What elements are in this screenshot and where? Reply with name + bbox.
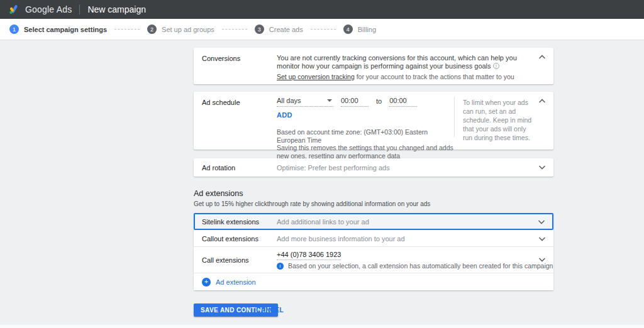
vertical-divider xyxy=(454,97,455,137)
timezone-note: Based on account time zone: (GMT+03:00) … xyxy=(277,128,457,144)
call-extension-note-text: Based on your selection, a call extensio… xyxy=(288,262,553,270)
expand-chevron-down-icon[interactable] xyxy=(538,236,546,241)
conversions-panel: Conversions You are not currently tracki… xyxy=(194,48,553,84)
plus-icon: + xyxy=(202,278,211,287)
step-label: Select campaign settings xyxy=(24,26,107,33)
call-extensions-label: Call extensions xyxy=(202,256,249,264)
add-schedule-button[interactable]: ADD xyxy=(277,111,292,119)
bottom-strip xyxy=(0,325,644,328)
conversions-description-text: You are not currently tracking conversio… xyxy=(277,54,517,70)
topbar-divider xyxy=(79,4,80,14)
start-time-input[interactable]: 00:00 xyxy=(341,97,369,107)
callout-extensions-row[interactable]: Callout extensions Add more business inf… xyxy=(194,230,553,247)
collapse-chevron-up-icon[interactable] xyxy=(538,99,546,104)
step-create-ads[interactable]: 3 Create ads xyxy=(255,25,303,34)
ad-rotation-value: Optimise: Prefer best performing ads xyxy=(277,164,390,172)
end-time-input[interactable]: 00:00 xyxy=(389,97,417,107)
set-up-conversion-tracking-link[interactable]: Set up conversion tracking xyxy=(277,73,355,80)
expand-chevron-down-icon[interactable] xyxy=(538,219,545,224)
step-set-up-ad-groups[interactable]: 2 Set up ad groups xyxy=(147,25,214,34)
expand-chevron-down-icon[interactable] xyxy=(538,257,546,262)
ad-rotation-label: Ad rotation xyxy=(202,164,235,172)
conversion-tracking-line: Set up conversion tracking for your acco… xyxy=(277,73,514,80)
collapse-chevron-up-icon[interactable] xyxy=(538,55,546,60)
warning-note: Saving this removes the settings that yo… xyxy=(277,144,457,160)
conversion-tracking-suffix: for your account to track the actions th… xyxy=(355,73,514,80)
step-select-campaign-settings[interactable]: 1 Select campaign settings xyxy=(9,25,107,34)
callout-extensions-value: Add more business information to your ad xyxy=(277,235,405,243)
ad-extensions-subtitle: Get up to 15% higher clickthrough rate b… xyxy=(194,200,430,207)
call-extension-note: i Based on your selection, a call extens… xyxy=(277,262,553,270)
page-title: New campaign xyxy=(87,4,146,14)
step-billing[interactable]: 4 Billing xyxy=(343,25,376,34)
campaign-stepper: 1 Select campaign settings 2 Set up ad g… xyxy=(0,19,644,40)
sitelink-extensions-value: Add additional links to your ad xyxy=(277,218,369,226)
step-connector xyxy=(114,29,140,30)
step-number-badge: 4 xyxy=(343,25,353,34)
top-app-bar: Google Ads New campaign xyxy=(0,0,644,19)
step-number-badge: 3 xyxy=(255,25,264,34)
add-ad-extension-button[interactable]: + Ad extension xyxy=(194,273,553,290)
call-extension-phone-number[interactable]: +44 (0)78 3406 1923 xyxy=(277,251,341,260)
info-icon: i xyxy=(277,263,284,270)
cancel-button[interactable]: CANCEL xyxy=(256,303,284,317)
ad-schedule-label: Ad schedule xyxy=(202,99,240,106)
ad-rotation-panel[interactable]: Ad rotation Optimise: Prefer best perfor… xyxy=(194,158,553,177)
step-label: Billing xyxy=(358,26,376,33)
chevron-down-icon xyxy=(327,99,332,102)
days-dropdown-value: All days xyxy=(277,97,301,104)
step-connector xyxy=(222,29,247,30)
brand-name: Google Ads xyxy=(25,4,72,14)
schedule-footnote: Based on account time zone: (GMT+03:00) … xyxy=(277,128,457,160)
sitelink-extensions-label: Sitelink extensions xyxy=(202,218,259,226)
google-ads-logo-icon xyxy=(9,4,20,14)
call-extensions-row[interactable]: Call extensions +44 (0)78 3406 1923 i Ba… xyxy=(194,247,553,273)
conversions-description: You are not currently tracking conversio… xyxy=(277,54,528,70)
step-connector xyxy=(311,29,336,30)
ad-extensions-group: Sitelink extensions Add additional links… xyxy=(194,213,553,290)
step-number-badge: 2 xyxy=(147,25,157,34)
to-label: to xyxy=(376,97,382,107)
sitelink-extensions-row[interactable]: Sitelink extensions Add additional links… xyxy=(194,213,553,230)
conversions-label: Conversions xyxy=(202,55,240,62)
ad-schedule-panel: Ad schedule All days 00:00 to 00:00 ADD … xyxy=(194,92,553,150)
ad-extensions-title: Ad extensions xyxy=(194,189,243,198)
callout-extensions-label: Callout extensions xyxy=(202,235,258,243)
step-label: Set up ad groups xyxy=(162,26,214,33)
days-dropdown[interactable]: All days xyxy=(277,97,333,107)
step-label: Create ads xyxy=(269,26,303,33)
schedule-help-text: To limit when your ads can run, set an a… xyxy=(463,98,535,142)
expand-chevron-down-icon[interactable] xyxy=(538,165,546,170)
step-number-badge: 1 xyxy=(9,25,19,34)
add-ad-extension-label: Ad extension xyxy=(216,278,256,286)
schedule-controls: All days 00:00 to 00:00 xyxy=(277,97,417,107)
help-icon[interactable]: ? xyxy=(493,63,499,69)
